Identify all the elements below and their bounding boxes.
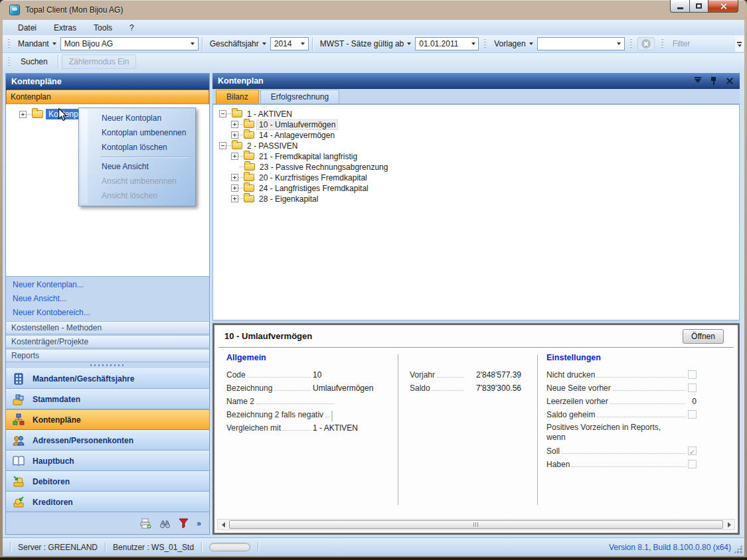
plus-expander-icon[interactable] bbox=[231, 195, 238, 202]
toolbar-grip[interactable] bbox=[484, 38, 486, 49]
nav-kontenplaene[interactable]: Kontenpläne bbox=[6, 409, 209, 430]
tree-row[interactable]: 20 - Kurzfristiges Fremdkapital bbox=[231, 173, 369, 182]
plus-expander-icon[interactable] bbox=[231, 184, 238, 192]
tree-row[interactable]: 24 - Langfristiges Fremdkapital bbox=[231, 183, 371, 193]
maximize-icon bbox=[696, 3, 702, 9]
toolbar-grip[interactable] bbox=[8, 56, 10, 67]
tree-row[interactable]: 23 - Passive Rechnungsabgrenzung bbox=[239, 162, 390, 172]
toolbar-overflow-button[interactable] bbox=[735, 36, 744, 52]
scrollbar-thumb[interactable] bbox=[229, 520, 723, 529]
chevron-down-icon bbox=[407, 42, 411, 45]
vergleichen-value[interactable]: 1 - AKTIVEN bbox=[313, 423, 391, 434]
plus-expander-icon[interactable] bbox=[231, 121, 238, 128]
vorlagen-combobox[interactable] bbox=[537, 37, 625, 50]
toolbar-grip[interactable] bbox=[661, 38, 663, 49]
plus-expander-icon[interactable] bbox=[19, 111, 27, 118]
link-neue-ansicht[interactable]: Neue Ansicht... bbox=[13, 294, 203, 303]
suchen-button[interactable]: Suchen bbox=[14, 55, 54, 68]
toolbar-grip[interactable] bbox=[630, 38, 632, 49]
toolbar-grip[interactable] bbox=[8, 38, 10, 49]
chevron-more-icon[interactable]: » bbox=[197, 519, 201, 528]
menu-item-kontoplan-umbenennen[interactable]: Kontoplan umbenennen bbox=[80, 125, 194, 140]
scrollbar-track[interactable] bbox=[228, 520, 724, 529]
link-neuer-kontenplan[interactable]: Neuer Kontenplan... bbox=[13, 280, 203, 289]
menu-datei[interactable]: Datei bbox=[9, 21, 45, 35]
close-button[interactable] bbox=[708, 0, 738, 13]
plus-expander-icon[interactable] bbox=[231, 131, 238, 139]
oeffnen-button[interactable]: Öffnen bbox=[683, 329, 724, 344]
tree-row[interactable]: 21 - Fremdkapital langfristig bbox=[231, 151, 359, 161]
section-kostenstellen[interactable]: Kostenstellen - Methoden bbox=[6, 321, 209, 334]
mandant-combobox[interactable]: Mon Bijou AG bbox=[60, 37, 199, 50]
saldo-geheim-checkbox[interactable] bbox=[688, 410, 697, 419]
nav-mandanten[interactable]: Mandanten/Geschäftsjahre bbox=[6, 368, 209, 389]
sidebar-section-kontenplan[interactable]: Kontenplan bbox=[6, 90, 209, 104]
combo-arrow-button[interactable] bbox=[188, 38, 198, 50]
bez2-checkbox[interactable] bbox=[331, 411, 333, 421]
minus-expander-icon[interactable] bbox=[219, 110, 226, 117]
name2-value[interactable] bbox=[337, 406, 376, 407]
nicht-drucken-checkbox[interactable] bbox=[688, 370, 697, 379]
neue-seite-checkbox[interactable] bbox=[688, 384, 697, 392]
tab-erfolgsrechnung[interactable]: Erfolgsrechnung bbox=[260, 90, 339, 104]
tree-row[interactable]: 14 - Anlagevermögen bbox=[231, 130, 337, 140]
menu-item-neue-ansicht[interactable]: Neue Ansicht bbox=[80, 159, 194, 174]
sidebar-header: Kontenpläne bbox=[6, 74, 209, 90]
tree-row[interactable]: 10 - Umlaufvermögen bbox=[231, 119, 337, 129]
tab-bilanz[interactable]: Bilanz bbox=[216, 90, 259, 104]
mwst-dropdown[interactable]: MWST - Sätze gültig ab bbox=[320, 39, 412, 48]
bezeichnung-value[interactable]: Umlaufvermögen bbox=[313, 384, 391, 394]
pin-icon[interactable] bbox=[710, 77, 716, 85]
horizontal-scrollbar[interactable] bbox=[217, 519, 735, 530]
tree-row[interactable]: 1 - AKTIVEN bbox=[219, 109, 294, 119]
scroll-left-arrow[interactable] bbox=[218, 520, 228, 529]
nav-stammdaten[interactable]: Stammdaten bbox=[6, 389, 209, 409]
einstellungen-heading: Einstellungen bbox=[546, 353, 697, 368]
section-kostentraeger[interactable]: Kostenträger/Projekte bbox=[6, 335, 209, 348]
tree-row[interactable]: 2 - PASSIVEN bbox=[219, 141, 299, 151]
sidebar-splitter[interactable] bbox=[6, 362, 209, 368]
chevron-down-icon[interactable] bbox=[695, 79, 701, 83]
menu-tools[interactable]: Tools bbox=[85, 21, 121, 35]
close-icon[interactable] bbox=[726, 77, 733, 84]
filter-funnel-icon[interactable] bbox=[179, 518, 189, 528]
geschaeftsjahr-combobox[interactable]: 2014 bbox=[270, 37, 309, 50]
link-neuer-kontobereich[interactable]: Neuer Kontobereich... bbox=[13, 308, 203, 317]
nav-label: Kontenpläne bbox=[33, 415, 81, 425]
resize-grip[interactable] bbox=[734, 545, 742, 553]
combo-arrow-button[interactable] bbox=[298, 38, 308, 50]
folder-icon bbox=[244, 174, 254, 181]
menu-item-neuer-kontoplan[interactable]: Neuer Kontoplan bbox=[80, 111, 194, 125]
combo-arrow-button[interactable] bbox=[614, 38, 624, 50]
tree-row[interactable]: 28 - Eigenkapital bbox=[231, 194, 320, 204]
menu-item-kontoplan-loeschen[interactable]: Kontoplan löschen bbox=[80, 140, 194, 155]
minimize-button[interactable] bbox=[670, 0, 690, 13]
clear-filter-button[interactable] bbox=[637, 37, 655, 50]
nav-debitoren[interactable]: Debitoren bbox=[6, 471, 209, 492]
nav-adressen[interactable]: Adressen/Personenkonten bbox=[6, 430, 209, 451]
tab-strip: Bilanz Erfolgsrechnung bbox=[212, 89, 740, 104]
soll-checkbox[interactable] bbox=[688, 447, 697, 455]
section-reports[interactable]: Reports bbox=[6, 349, 209, 362]
leerzeilen-value[interactable]: 0 bbox=[687, 397, 697, 407]
nav-hauptbuch[interactable]: Hauptbuch bbox=[6, 451, 209, 471]
mandant-dropdown[interactable]: Mandant bbox=[18, 39, 56, 48]
haben-checkbox[interactable] bbox=[688, 460, 697, 468]
combo-arrow-button[interactable] bbox=[468, 38, 478, 50]
code-value[interactable]: 10 bbox=[313, 370, 391, 381]
mwst-date-combobox[interactable]: 01.01.2011 bbox=[415, 37, 479, 50]
maximize-button[interactable] bbox=[690, 0, 708, 13]
binoculars-icon[interactable] bbox=[159, 519, 171, 528]
title-bar[interactable]: Topal Client (Mon Bijou AG) bbox=[0, 0, 747, 20]
print-icon[interactable] bbox=[140, 518, 151, 529]
nav-kreditoren[interactable]: Kreditoren bbox=[6, 492, 209, 512]
plus-expander-icon[interactable] bbox=[231, 153, 238, 160]
account-chart-icon bbox=[11, 413, 27, 427]
vorlagen-dropdown[interactable]: Vorlagen bbox=[494, 39, 533, 48]
scroll-right-arrow[interactable] bbox=[724, 520, 734, 529]
geschaeftsjahr-dropdown[interactable]: Geschäftsjahr bbox=[210, 39, 266, 48]
menu-help[interactable]: ? bbox=[121, 21, 143, 35]
menu-extras[interactable]: Extras bbox=[45, 21, 85, 35]
minus-expander-icon[interactable] bbox=[219, 142, 226, 149]
plus-expander-icon[interactable] bbox=[231, 174, 238, 181]
